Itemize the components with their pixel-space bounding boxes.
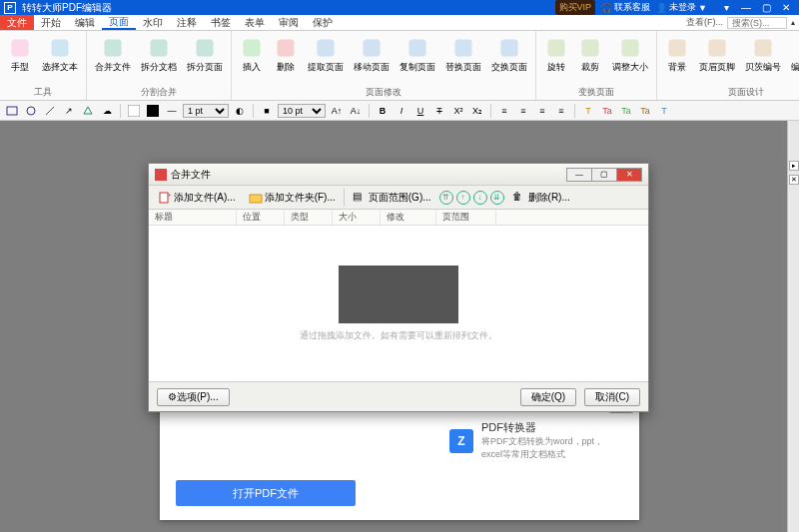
font-increase-icon[interactable]: A↑ [329,103,345,119]
move-down-button[interactable]: ↓ [473,191,487,205]
copy-pages-button[interactable]: 复制页面 [398,34,437,76]
select-text-button[interactable]: 选择文本 [40,34,80,76]
tab-edit[interactable]: 编辑 [68,15,102,30]
tab-bookmark[interactable]: 书签 [204,15,238,30]
fill-color-icon[interactable] [126,103,142,119]
add-folder-button[interactable]: 添加文件夹(F)... [244,188,341,208]
dialog-minimize-button[interactable]: — [566,168,592,182]
move-bottom-button[interactable]: ⇊ [490,191,504,205]
align-left-icon[interactable]: ≡ [496,103,512,119]
opacity-icon[interactable]: ◐ [232,103,248,119]
underline-icon[interactable]: U [412,103,428,119]
header-footer-button[interactable]: 页眉页脚 [697,34,737,76]
swap-pages-button[interactable]: 交换页面 [489,34,529,76]
dropdown-button[interactable]: ▾ [717,2,735,14]
page-number-label: 编排页码 [791,61,799,74]
contact-support-button[interactable]: 🎧 联系客服 [601,1,650,14]
options-button[interactable]: ⚙ 选项(P)... [157,388,230,406]
crop-button[interactable]: 裁剪 [576,34,604,76]
shape-poly-icon[interactable] [80,103,96,119]
column-header[interactable]: 页范围 [436,210,496,225]
text-effect1-icon[interactable]: Ta [599,103,615,119]
strike-icon[interactable]: T [431,103,447,119]
collapse-ribbon-icon[interactable]: ▴ [791,18,795,27]
text-effect4-icon[interactable]: T [656,103,672,119]
dialog-maximize-button[interactable]: ▢ [591,168,617,182]
highlight-icon[interactable]: T [580,103,596,119]
buy-vip-button[interactable]: 购买VIP [555,0,596,15]
merge-files-button[interactable]: 合并文件 [93,34,133,76]
bold-icon[interactable]: B [375,103,391,119]
column-header[interactable]: 大小 [333,210,381,225]
text-effect2-icon[interactable]: Ta [618,103,634,119]
tab-page[interactable]: 页面 [102,15,136,30]
column-header[interactable]: 类型 [285,210,333,225]
move-top-button[interactable]: ⇈ [439,191,453,205]
bates-number-button[interactable]: 贝茨编号 [743,34,783,76]
stroke-color-icon[interactable] [145,103,161,119]
format-toolbar: ↗ ☁ — 1 pt ◐ ■ 10 pt A↑ A↓ B I U T X² X₂… [0,101,799,121]
line-style-icon[interactable]: — [164,103,180,119]
superscript-icon[interactable]: X² [450,103,466,119]
tab-watermark[interactable]: 水印 [136,15,170,30]
split-pages-button[interactable]: 拆分页面 [185,34,225,76]
tab-review[interactable]: 审阅 [272,15,306,30]
extract-pages-button[interactable]: 提取页面 [306,34,346,76]
column-header[interactable]: 位置 [237,210,285,225]
search-input[interactable] [727,17,787,29]
delete-button[interactable]: 🗑 删除(R)... [507,188,575,208]
split-document-button[interactable]: 拆分文档 [139,34,179,76]
open-pdf-button[interactable]: 打开PDF文件 [176,480,356,506]
background-button[interactable]: 背景 [663,34,691,76]
subscript-icon[interactable]: X₂ [469,103,485,119]
ok-button[interactable]: 确定(Q) [520,388,576,406]
tab-form[interactable]: 表单 [238,15,272,30]
tab-annotate[interactable]: 注释 [170,15,204,30]
dialog-close-button[interactable]: ✕ [616,168,642,182]
font-size-select[interactable]: 10 pt [278,104,326,118]
insert-button[interactable]: 插入 [238,34,266,76]
shape-circle-icon[interactable] [23,103,39,119]
view-dropdown[interactable]: 查看(F)... [686,16,723,29]
align-right-icon[interactable]: ≡ [534,103,550,119]
page-range-button[interactable]: ▤ 页面范围(G)... [348,188,436,208]
svg-rect-1 [52,40,68,56]
convert-card-title: PDF转换器 [481,420,621,435]
user-login-button[interactable]: 👤 未登录 ▼ [656,1,707,14]
shape-rect-icon[interactable] [4,103,20,119]
tab-file[interactable]: 文件 [0,15,34,30]
column-header[interactable]: 标题 [149,210,237,225]
titlebar: P 转转大师PDF编辑器 购买VIP 🎧 联系客服 👤 未登录 ▼ ▾ — ▢ … [0,0,799,15]
delete-button[interactable]: 删除 [272,34,300,76]
align-center-icon[interactable]: ≡ [515,103,531,119]
hand-tool-button[interactable]: 手型 [6,34,34,76]
italic-icon[interactable]: I [394,103,409,119]
replace-pages-button[interactable]: 替换页面 [443,34,483,76]
move-up-button[interactable]: ↑ [456,191,470,205]
shape-arrow-icon[interactable]: ↗ [61,103,77,119]
panel-toggle-1[interactable]: ▸ [789,161,799,171]
tab-start[interactable]: 开始 [34,15,68,30]
align-justify-icon[interactable]: ≡ [553,103,569,119]
add-file-button[interactable]: + 添加文件(A)... [153,188,241,208]
minimize-button[interactable]: — [737,2,755,14]
font-decrease-icon[interactable]: A↓ [348,103,364,119]
panel-toggle-2[interactable]: ✕ [789,175,799,185]
rotate-button[interactable]: 旋转 [542,34,570,76]
cancel-button[interactable]: 取消(C) [584,388,640,406]
tab-protect[interactable]: 保护 [306,15,340,30]
move-pages-button[interactable]: 移动页面 [352,34,392,76]
page-number-button[interactable]: 编排页码 [789,34,799,76]
column-header[interactable]: 修改 [381,210,436,225]
line-weight-select[interactable]: 1 pt [183,104,229,118]
shape-cloud-icon[interactable]: ☁ [99,103,115,119]
text-effect3-icon[interactable]: Ta [637,103,653,119]
text-color-icon[interactable]: ■ [259,103,275,119]
resize-button[interactable]: 调整大小 [610,34,650,76]
right-panel-gutter: ▸ ✕ [787,121,799,532]
shape-line-icon[interactable] [42,103,58,119]
maximize-button[interactable]: ▢ [757,2,775,14]
dialog-titlebar[interactable]: 合并文件 — ▢ ✕ [149,164,648,186]
dialog-file-list[interactable]: 通过拖拽添加文件。如有需要可以重新排列文件。 [149,226,648,381]
close-button[interactable]: ✕ [777,2,795,14]
